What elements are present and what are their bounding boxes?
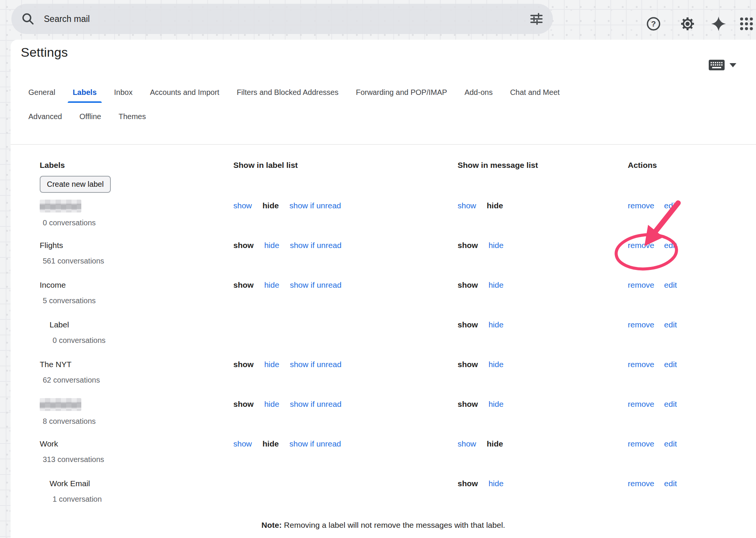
conversation-count: 62 conversations xyxy=(40,376,233,385)
remove-option[interactable]: remove xyxy=(628,200,654,211)
hide-option[interactable]: hide xyxy=(264,359,279,370)
hide-option[interactable]: hide xyxy=(489,240,504,251)
remove-option[interactable]: remove xyxy=(628,319,654,330)
label-name: Work xyxy=(40,439,233,449)
hide-option: hide xyxy=(487,439,503,449)
table-row: 0 conversations showhideshow if unread s… xyxy=(40,200,717,240)
edit-option[interactable]: edit xyxy=(664,319,677,330)
settings-tabs-row2: AdvancedOfflineThemes xyxy=(28,112,146,127)
tab-inbox[interactable]: Inbox xyxy=(114,88,133,103)
hide-option[interactable]: hide xyxy=(489,359,504,370)
actions-cell: removeedit xyxy=(628,359,717,385)
edit-option[interactable]: edit xyxy=(664,478,677,489)
show-option: show xyxy=(458,280,478,290)
show-in-label-list-cell: showhideshow if unread xyxy=(233,280,458,305)
show-if-unread-option[interactable]: show if unread xyxy=(289,200,341,211)
tab-accounts-and-import[interactable]: Accounts and Import xyxy=(150,88,219,103)
label-cell: Label 0 conversations xyxy=(40,319,233,345)
search-input[interactable] xyxy=(43,14,529,25)
edit-option[interactable]: edit xyxy=(664,399,677,409)
show-in-message-list-cell: showhide xyxy=(458,319,628,345)
actions-cell: removeedit xyxy=(628,478,717,504)
edit-option[interactable]: edit xyxy=(664,200,677,211)
hide-option[interactable]: hide xyxy=(489,280,504,290)
show-in-message-list-cell: showhide xyxy=(458,200,628,227)
label-cell: Work Email 1 conversation xyxy=(40,478,233,504)
hide-option[interactable]: hide xyxy=(489,478,504,489)
show-if-unread-option[interactable]: show if unread xyxy=(290,399,342,409)
conversation-count: 8 conversations xyxy=(40,417,233,426)
show-option: show xyxy=(458,399,478,409)
show-in-label-list-cell xyxy=(233,319,458,345)
tab-labels[interactable]: Labels xyxy=(73,88,96,103)
tab-filters-and-blocked-addresses[interactable]: Filters and Blocked Addresses xyxy=(237,88,338,103)
show-if-unread-option[interactable]: show if unread xyxy=(289,439,341,449)
apps-button[interactable] xyxy=(737,16,754,32)
tab-themes[interactable]: Themes xyxy=(118,112,146,127)
hide-option[interactable]: hide xyxy=(264,399,279,409)
label-cell: Flights 561 conversations xyxy=(40,240,233,265)
table-row: Label 0 conversations showhide removeedi… xyxy=(40,319,717,359)
tab-chat-and-meet[interactable]: Chat and Meet xyxy=(510,88,560,103)
actions-cell: removeedit xyxy=(628,240,717,265)
label-cell: 8 conversations xyxy=(40,399,233,426)
show-option: show xyxy=(458,240,478,251)
tab-offline[interactable]: Offline xyxy=(79,112,101,127)
create-new-label-button[interactable]: Create new label xyxy=(40,176,111,193)
edit-option[interactable]: edit xyxy=(664,240,677,251)
table-row: Income 5 conversations showhideshow if u… xyxy=(40,280,717,319)
show-if-unread-option[interactable]: show if unread xyxy=(290,280,342,290)
hide-option[interactable]: hide xyxy=(489,399,504,409)
show-if-unread-option[interactable]: show if unread xyxy=(290,240,342,251)
label-cell: Work 313 conversations xyxy=(40,439,233,464)
table-row: 8 conversations showhideshow if unread s… xyxy=(40,399,717,439)
edit-option[interactable]: edit xyxy=(664,280,677,290)
remove-option[interactable]: remove xyxy=(628,359,654,370)
remove-option[interactable]: remove xyxy=(628,399,654,409)
tab-forwarding-and-pop-imap[interactable]: Forwarding and POP/IMAP xyxy=(356,88,447,103)
actions-cell: removeedit xyxy=(628,280,717,305)
conversation-count: 0 conversations xyxy=(40,336,233,345)
apps-grid-icon xyxy=(737,16,754,32)
header-show-in-message-list: Show in message list xyxy=(458,161,628,170)
conversation-count: 561 conversations xyxy=(40,257,233,265)
show-option[interactable]: show xyxy=(233,439,252,449)
table-row: Work 313 conversations showhideshow if u… xyxy=(40,439,717,478)
settings-button[interactable] xyxy=(679,16,696,32)
labels-table: 0 conversations showhideshow if unread s… xyxy=(40,200,717,518)
hide-option[interactable]: hide xyxy=(264,280,279,290)
show-option[interactable]: show xyxy=(458,439,476,449)
show-in-message-list-cell: showhide xyxy=(458,240,628,265)
gemini-button[interactable] xyxy=(710,16,727,32)
label-cell: 0 conversations xyxy=(40,200,233,227)
input-tools[interactable] xyxy=(708,59,736,71)
redacted-label xyxy=(40,398,81,411)
tune-icon[interactable] xyxy=(529,12,543,26)
actions-cell: removeedit xyxy=(628,200,717,227)
hide-option: hide xyxy=(487,200,503,211)
table-row: Flights 561 conversations showhideshow i… xyxy=(40,240,717,280)
conversation-count: 1 conversation xyxy=(40,495,233,504)
tab-general[interactable]: General xyxy=(28,88,55,103)
help-button[interactable]: ? xyxy=(645,16,662,32)
tab-advanced[interactable]: Advanced xyxy=(28,112,62,127)
show-option[interactable]: show xyxy=(458,200,476,211)
edit-option[interactable]: edit xyxy=(664,359,677,370)
label-name: Label xyxy=(40,319,233,330)
edit-option[interactable]: edit xyxy=(664,439,677,449)
show-option[interactable]: show xyxy=(233,200,252,211)
redacted-label xyxy=(40,200,81,212)
show-in-label-list-cell: showhideshow if unread xyxy=(233,399,458,426)
search-bar[interactable] xyxy=(11,4,553,34)
remove-option[interactable]: remove xyxy=(628,478,654,489)
remove-option[interactable]: remove xyxy=(628,240,654,251)
hide-option[interactable]: hide xyxy=(489,319,504,330)
remove-option[interactable]: remove xyxy=(628,280,654,290)
hide-option: hide xyxy=(262,200,279,211)
show-if-unread-option[interactable]: show if unread xyxy=(290,359,342,370)
page-title: Settings xyxy=(21,45,68,60)
hide-option[interactable]: hide xyxy=(264,240,279,251)
tab-add-ons[interactable]: Add-ons xyxy=(464,88,493,103)
remove-option[interactable]: remove xyxy=(628,439,654,449)
label-name: Work Email xyxy=(40,478,233,489)
